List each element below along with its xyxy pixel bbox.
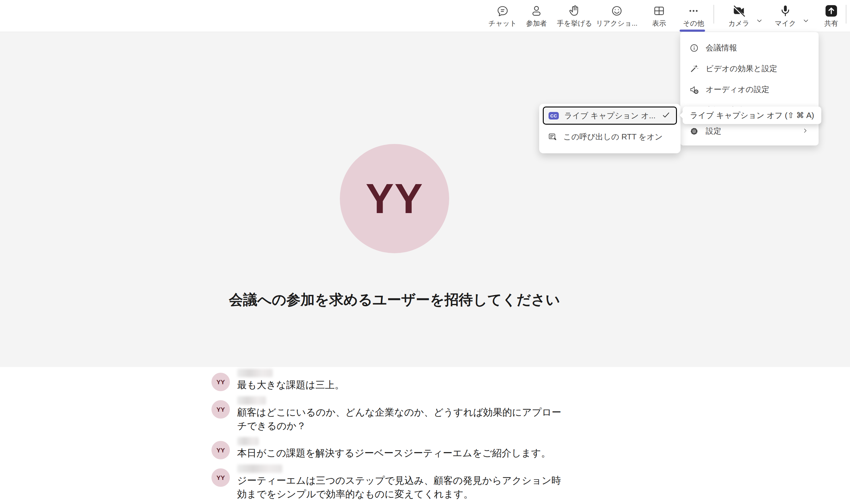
menu-item-audio-settings[interactable]: オーディオの設定 <box>680 79 819 100</box>
share-label: 共有 <box>824 19 838 27</box>
camera-options-chevron[interactable] <box>754 16 764 26</box>
mic-icon <box>778 2 793 19</box>
menu-item-label: この呼び出しの RTT をオン <box>563 131 663 142</box>
page-title: 会議への参加を求めるユーザーを招待してください <box>0 290 789 309</box>
camera-label: カメラ <box>728 19 750 27</box>
reactions-label: リアクショ... <box>596 19 638 27</box>
menu-item-label: 会議情報 <box>706 42 810 53</box>
raise-hand-icon <box>568 2 582 19</box>
checkmark-icon <box>661 110 671 121</box>
avatar-initials: YY <box>366 174 423 223</box>
menu-item-label: ビデオの効果と設定 <box>706 64 810 74</box>
menu-item-video-effects[interactable]: ビデオの効果と設定 <box>680 58 819 79</box>
participants-icon <box>530 2 543 19</box>
mic-label: マイク <box>775 19 796 27</box>
more-menu: 会議情報 ビデオの効果と設定 オーディオの設定 <box>680 32 819 145</box>
more-ellipsis-icon <box>687 2 700 19</box>
caption-text: 顧客はどこにいるのか、どんな企業なのか、どうすれば効果的にアプローチできるのか？ <box>237 406 565 433</box>
caption-text: ジーティーエムは三つのステップで見込み、顧客の発見からアクション時効までをシンプ… <box>237 474 565 501</box>
speaker-gear-icon <box>689 84 699 95</box>
more-label: その他 <box>683 19 704 27</box>
menu-item-label: ライブ キャプション オ... <box>564 110 661 121</box>
toolbar-divider <box>713 5 714 23</box>
view-button[interactable]: 表示 <box>640 2 678 30</box>
avatar: YY <box>211 441 230 459</box>
toolbar-divider <box>846 5 846 23</box>
caption-text: 最も大きな課題は三上。 <box>237 378 565 392</box>
more-active-indicator <box>680 30 705 32</box>
caption-text: 本日がこの課題を解決するジーベースジーティーエムをご紹介します。 <box>237 446 565 460</box>
share-screen-icon <box>824 2 838 19</box>
raise-hand-button[interactable]: 手を挙げる <box>555 2 594 30</box>
meeting-toolbar: チャット 参加者 手を挙げる <box>0 0 850 32</box>
reactions-button[interactable]: リアクショ... <box>597 2 637 30</box>
camera-off-icon <box>731 2 746 19</box>
magic-wand-icon <box>689 64 699 74</box>
mic-button[interactable]: マイク <box>768 2 802 30</box>
menu-item-rtt[interactable]: この呼び出しの RTT をオン <box>543 127 677 146</box>
redacted-speaker-name <box>237 437 259 446</box>
avatar: YY <box>211 400 230 419</box>
avatar: YY <box>211 468 230 487</box>
menu-item-live-captions[interactable]: CC ライブ キャプション オ... <box>543 107 677 125</box>
menu-item-label: オーディオの設定 <box>706 84 810 95</box>
more-button[interactable]: その他 <box>674 2 713 30</box>
participants-button[interactable]: 参加者 <box>517 2 556 30</box>
chat-label: チャット <box>488 19 517 27</box>
cc-badge-icon: CC <box>549 112 559 120</box>
live-captions-panel: YY 最も大きな課題は三上。 YY 顧客はどこにいるのか、どんな企業なのか、どう… <box>0 367 850 504</box>
avatar: YY <box>211 373 230 391</box>
reactions-icon <box>610 2 624 19</box>
redacted-speaker-name <box>237 369 273 377</box>
raise-hand-label: 手を挙げる <box>557 19 592 27</box>
rtt-icon <box>548 131 558 142</box>
live-captions-tooltip: ライブ キャプション オフ (⇧ ⌘ A) <box>683 107 821 124</box>
info-icon <box>689 42 699 53</box>
chat-button[interactable]: チャット <box>483 2 522 30</box>
tooltip-text: ライブ キャプション オフ (⇧ ⌘ A) <box>690 110 814 121</box>
view-layout-icon <box>652 2 666 19</box>
menu-item-meeting-info[interactable]: 会議情報 <box>680 37 819 58</box>
gear-icon <box>689 126 699 137</box>
avatar: YY <box>340 144 449 253</box>
camera-button[interactable]: カメラ <box>722 2 756 30</box>
redacted-speaker-name <box>237 465 282 473</box>
redacted-speaker-name <box>237 396 266 405</box>
share-button[interactable]: 共有 <box>817 2 846 30</box>
teams-meeting-window: YY 会議への参加を求めるユーザーを招待してください YY 最も大きな課題は三上… <box>0 0 850 504</box>
participants-label: 参加者 <box>526 19 547 27</box>
chevron-right-icon <box>801 126 810 136</box>
menu-item-label: 設定 <box>706 126 801 137</box>
mic-options-chevron[interactable] <box>801 16 811 26</box>
chat-icon <box>496 2 509 19</box>
view-label: 表示 <box>652 19 666 27</box>
captions-submenu: CC ライブ キャプション オ... この呼び出しの RTT をオン <box>539 104 680 153</box>
